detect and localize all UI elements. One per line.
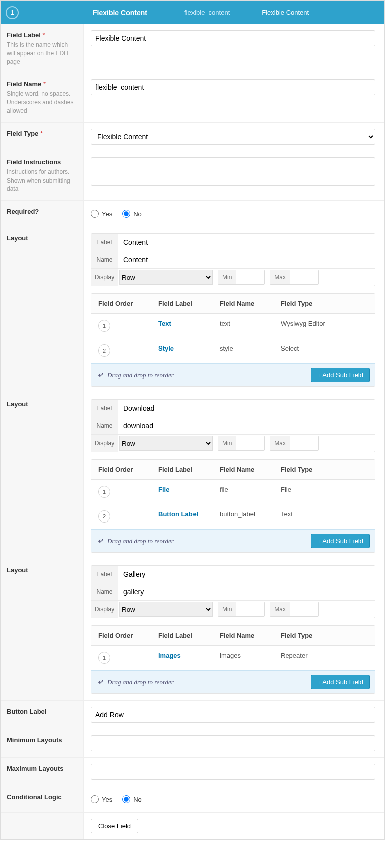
layout-section-label: Layout (7, 234, 77, 242)
reorder-hint: Drag and drop to reorder (96, 678, 174, 686)
max-layouts-input[interactable] (91, 764, 375, 780)
subfield-type: Select (274, 338, 375, 363)
layout-name-tag: Name (91, 417, 118, 434)
button-label-input[interactable] (91, 707, 375, 723)
conditional-yes-radio[interactable] (91, 795, 99, 803)
layout-max-tag: Max (270, 270, 290, 284)
subfield-label-link[interactable]: Images (158, 652, 181, 659)
subfield-type: Text (274, 504, 375, 529)
subfield-type: Repeater (274, 646, 375, 670)
col-field-label: Field Label (151, 294, 213, 313)
layout-label-input[interactable] (118, 234, 375, 251)
col-field-type: Field Type (274, 626, 375, 645)
reorder-hint: Drag and drop to reorder (96, 537, 174, 545)
conditional-no-radio[interactable] (122, 795, 130, 803)
field-type-select[interactable]: Flexible Content (91, 129, 375, 145)
subfield-label-link[interactable]: Text (158, 320, 171, 327)
field-instructions-help: Instructions for authors. Shown when sub… (7, 168, 77, 193)
reorder-hint: Drag and drop to reorder (96, 371, 174, 379)
layout-name-tag: Name (91, 251, 118, 268)
header-type: Flexible Content (262, 9, 309, 16)
subfield-label-link[interactable]: Style (158, 344, 174, 352)
layout-label-input[interactable] (118, 400, 375, 417)
field-label-input[interactable] (91, 30, 375, 46)
col-field-type: Field Type (274, 294, 375, 313)
reorder-arrow-icon (96, 678, 104, 686)
reorder-arrow-icon (96, 371, 104, 379)
layout-display-select[interactable]: Row (119, 270, 213, 285)
layout-name-input[interactable] (118, 583, 375, 600)
subfield-type: Wysiwyg Editor (274, 314, 375, 338)
layout-display-tag: Display (91, 269, 118, 286)
subfield-row[interactable]: 2StylestyleSelect (91, 338, 375, 363)
max-layouts-label: Maximum Layouts (7, 765, 77, 772)
subfield-type: File (274, 480, 375, 504)
subfield-name: button_label (213, 504, 274, 529)
required-star: * (43, 80, 46, 88)
add-sub-field-button[interactable]: + Add Sub Field (311, 675, 370, 689)
layout-display-select[interactable]: Row (119, 436, 213, 451)
subfield-label-link[interactable]: File (158, 486, 169, 493)
layout-max-input[interactable] (290, 436, 318, 450)
layout-name-input[interactable] (118, 251, 375, 268)
header-title: Flexible Content (93, 9, 147, 17)
layout-min-input[interactable] (236, 270, 264, 284)
col-field-label: Field Label (151, 460, 213, 479)
required-star: * (40, 130, 43, 137)
col-field-name: Field Name (213, 626, 274, 645)
conditional-yes-option[interactable]: Yes (91, 795, 112, 803)
close-field-button[interactable]: Close Field (91, 819, 138, 833)
field-instructions-input[interactable] (91, 157, 375, 186)
subfield-name: style (213, 338, 274, 363)
subfield-row[interactable]: 1FilefileFile (91, 480, 375, 504)
field-label-label: Field Label (7, 31, 41, 39)
field-label-help: This is the name which will appear on th… (7, 41, 77, 66)
min-layouts-input[interactable] (91, 735, 375, 751)
required-yes-option[interactable]: Yes (91, 210, 112, 218)
col-field-type: Field Type (274, 460, 375, 479)
required-yes-radio[interactable] (91, 210, 99, 218)
layout-max-tag: Max (270, 436, 290, 450)
layout-max-tag: Max (270, 602, 290, 616)
subfield-row[interactable]: 1TexttextWysiwyg Editor (91, 314, 375, 338)
subfield-label-link[interactable]: Button Label (158, 510, 198, 518)
required-star: * (43, 31, 45, 39)
col-field-order: Field Order (91, 460, 151, 479)
required-no-radio[interactable] (122, 210, 130, 218)
add-sub-field-button[interactable]: + Add Sub Field (311, 368, 370, 382)
field-order-badge: 1 (6, 6, 19, 19)
field-instructions-label: Field Instructions (7, 158, 77, 166)
layout-display-tag: Display (91, 601, 118, 618)
layout-min-input[interactable] (236, 602, 264, 616)
subfield-row[interactable]: 1ImagesimagesRepeater (91, 646, 375, 670)
layout-label-tag: Label (91, 566, 118, 583)
field-header[interactable]: 1 Flexible Content flexible_content Flex… (1, 1, 384, 24)
layout-label-input[interactable] (118, 566, 375, 583)
min-layouts-label: Minimum Layouts (7, 736, 77, 744)
button-label-label: Button Label (7, 708, 77, 715)
header-slug: flexible_content (184, 9, 230, 16)
layout-max-input[interactable] (290, 270, 318, 284)
layout-label-tag: Label (91, 234, 118, 251)
required-no-option[interactable]: No (122, 210, 142, 218)
col-field-label: Field Label (151, 626, 213, 645)
layout-name-input[interactable] (118, 417, 375, 434)
subfield-order-badge: 2 (98, 510, 110, 523)
conditional-no-option[interactable]: No (122, 795, 142, 803)
required-label: Required? (7, 208, 77, 215)
col-field-name: Field Name (213, 294, 274, 313)
layout-min-tag: Min (218, 602, 236, 616)
field-name-label: Field Name (7, 80, 41, 88)
layout-section-label: Layout (7, 400, 77, 408)
col-field-order: Field Order (91, 294, 151, 313)
field-type-label: Field Type (7, 130, 38, 137)
subfield-row[interactable]: 2Button Labelbutton_labelText (91, 504, 375, 529)
layout-display-select[interactable]: Row (119, 602, 213, 617)
subfield-order-badge: 1 (98, 652, 110, 664)
layout-max-input[interactable] (290, 602, 318, 616)
subfield-name: file (213, 480, 274, 504)
layout-min-input[interactable] (236, 436, 264, 450)
add-sub-field-button[interactable]: + Add Sub Field (311, 534, 370, 548)
field-name-input[interactable] (91, 79, 375, 95)
subfield-name: images (213, 646, 274, 670)
